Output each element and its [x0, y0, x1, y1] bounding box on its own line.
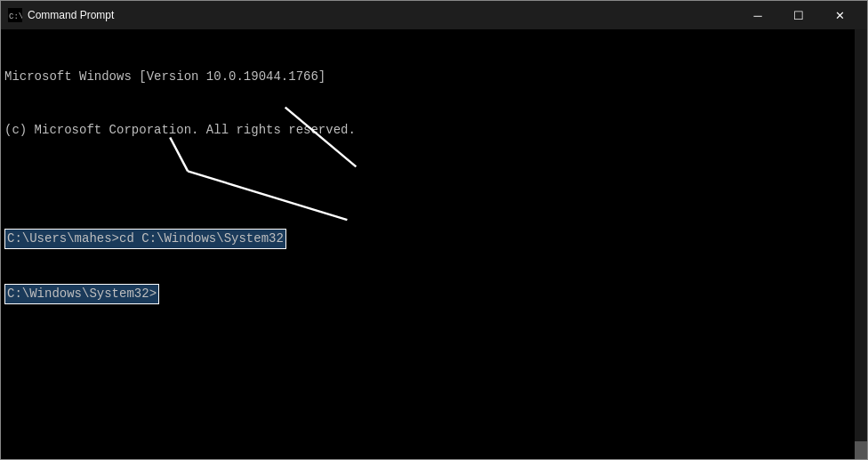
output-line-3 [4, 175, 864, 194]
terminal-body[interactable]: Microsoft Windows [Version 10.0.19044.17… [1, 29, 867, 459]
cmd-icon: C:\ [8, 8, 22, 22]
maximize-button[interactable]: ☐ [778, 1, 819, 29]
minimize-button[interactable]: ─ [737, 1, 778, 29]
command-highlight-2: C:\Windows\System32> [4, 284, 159, 304]
close-button[interactable]: ✕ [819, 1, 860, 29]
terminal-output: Microsoft Windows [Version 10.0.19044.17… [4, 33, 864, 339]
output-line-1: Microsoft Windows [Version 10.0.19044.17… [4, 68, 864, 86]
command-highlight-1: C:\Users\mahes>cd C:\Windows\System32 [4, 229, 286, 249]
svg-text:C:\: C:\ [9, 12, 22, 21]
scrollbar-thumb[interactable] [855, 441, 867, 459]
output-line-2: (c) Microsoft Corporation. All rights re… [4, 121, 864, 140]
titlebar-controls: ─ ☐ ✕ [737, 1, 860, 29]
command-prompt-window: C:\ Command Prompt ─ ☐ ✕ Microsoft Windo… [0, 0, 868, 460]
scrollbar[interactable] [855, 29, 867, 459]
output-line-4: C:\Users\mahes>cd C:\Windows\System32 [4, 229, 864, 249]
titlebar-title: Command Prompt [28, 9, 737, 21]
titlebar: C:\ Command Prompt ─ ☐ ✕ [1, 1, 867, 29]
output-line-5: C:\Windows\System32> [4, 284, 864, 304]
